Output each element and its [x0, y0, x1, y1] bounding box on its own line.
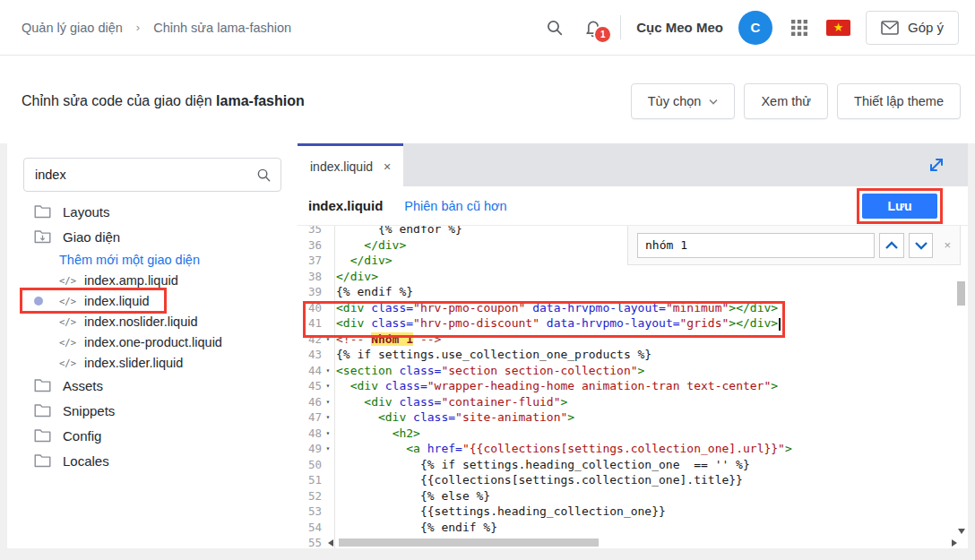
tree-folder-snippets[interactable]: Snippets — [7, 398, 298, 423]
theme-settings-button[interactable]: Thiết lập theme — [837, 83, 961, 119]
apps-grid-icon[interactable] — [788, 16, 811, 39]
line-number: 37 — [298, 254, 322, 267]
line-number: 39 — [298, 285, 322, 298]
page-margin-bottom — [0, 548, 975, 560]
find-next-button[interactable] — [909, 233, 934, 258]
fold-arrow-icon[interactable]: ▾ — [322, 413, 334, 421]
page-title: Chỉnh sửa code của giao diện lama-fashio… — [22, 93, 305, 109]
code-text: </div> — [336, 270, 378, 283]
fold-arrow-icon[interactable]: ▾ — [322, 366, 334, 375]
code-text: {% endfor %} — [336, 226, 462, 236]
code-text: <a href="{{collections[settings.collecti… — [336, 442, 792, 455]
code-text: <div class="container-fluid"> — [336, 395, 567, 409]
tab-label: index.liquid — [310, 159, 373, 174]
envelope-icon — [881, 21, 899, 35]
tree-item-label: Snippets — [63, 403, 115, 418]
code-line-44: 44▾<section class="section section-colle… — [298, 363, 968, 379]
page-margin-left — [0, 143, 7, 548]
line-number: 45 — [298, 379, 322, 392]
preview-button[interactable]: Xem thử — [744, 83, 828, 119]
line-number: 54 — [298, 521, 322, 534]
feedback-button[interactable]: Góp ý — [866, 11, 959, 45]
code-file-icon: </> — [59, 275, 76, 286]
topbar: Quản lý giao diện › Chỉnh sửa lama-fashi… — [0, 0, 975, 56]
breadcrumb-current-page[interactable]: Chỉnh sửa lama-fashion — [153, 21, 291, 35]
file-sidebar: LayoutsGiao diệnThêm mới một giao diện</… — [7, 143, 298, 548]
horizontal-scrollbar-thumb[interactable] — [339, 538, 599, 547]
code-lines: 35 {% endfor %}36 </div>37 </div>38</div… — [298, 226, 968, 548]
tab-index-liquid[interactable]: index.liquid × — [298, 143, 403, 186]
fold-arrow-icon[interactable]: ▾ — [322, 398, 334, 406]
code-text: {% if settings.heading_collection_one ==… — [336, 458, 750, 471]
page-heading: Chỉnh sửa code của giao diện lama-fashio… — [22, 81, 961, 122]
code-file-icon: </> — [59, 316, 76, 327]
editor-tabstrip: index.liquid × — [298, 143, 968, 186]
find-close-icon[interactable]: × — [944, 238, 951, 252]
expand-editor-icon[interactable] — [927, 155, 946, 177]
tree-item-label: index.slider.liquid — [84, 356, 183, 370]
line-number: 44 — [298, 364, 322, 377]
code-line-54: 54 {% endif %} — [298, 520, 968, 536]
scroll-right-arrow-icon[interactable] — [952, 539, 957, 547]
file-tree: LayoutsGiao diệnThêm mới một giao diện</… — [7, 199, 298, 473]
code-line-52: 52 {% else %} — [298, 488, 968, 504]
editor-file-name: index.liquid — [308, 198, 383, 213]
tree-item-label: Thêm mới một giao diện — [59, 253, 200, 267]
tree-folder-locales[interactable]: Locales — [7, 448, 298, 473]
line-number: 53 — [298, 504, 322, 518]
old-version-link[interactable]: Phiên bản cũ hơn — [404, 199, 506, 213]
breadcrumb-theme-manager[interactable]: Quản lý giao diện — [22, 21, 123, 35]
tree-file-index-amp-liquid[interactable]: </>index.amp.liquid — [7, 270, 298, 290]
tree-file-index-one-product-liquid[interactable]: </>index.one-product.liquid — [7, 332, 298, 352]
code-line-49: 49▾ <a href="{{collections[settings.coll… — [298, 441, 968, 457]
avatar[interactable]: C — [738, 11, 772, 45]
search-icon[interactable] — [256, 168, 272, 183]
line-number: 46 — [298, 395, 322, 409]
line-number: 52 — [298, 489, 322, 503]
scroll-left-arrow-icon[interactable] — [328, 539, 333, 547]
code-text: {% else %} — [336, 489, 490, 503]
search-icon[interactable] — [543, 16, 566, 39]
folder-icon — [34, 453, 51, 468]
folder-icon — [34, 428, 51, 443]
vietnam-flag-icon[interactable]: ★ — [826, 20, 850, 36]
tree-add-template-link[interactable]: Thêm mới một giao diện — [7, 249, 298, 270]
fold-arrow-icon[interactable]: ▾ — [322, 382, 334, 390]
tree-item-label: Giao diện — [63, 229, 120, 245]
breadcrumb: Quản lý giao diện › Chỉnh sửa lama-fashi… — [22, 21, 291, 35]
tree-file-index-liquid[interactable]: </>index.liquid — [7, 290, 298, 311]
code-text: <h2> — [336, 426, 420, 440]
tree-folder-assets[interactable]: Assets — [7, 373, 298, 398]
fold-arrow-icon[interactable]: ▾ — [322, 429, 334, 437]
code-text: <div class="site-animation"> — [336, 410, 574, 424]
code-line-51: 51 {{collections[settings.collection_one… — [298, 472, 968, 488]
fold-arrow-icon[interactable]: ▾ — [322, 444, 334, 452]
options-button[interactable]: Tùy chọn — [631, 83, 736, 119]
folder-icon — [34, 403, 51, 418]
find-input[interactable] — [637, 233, 875, 258]
tree-folder-giao-di-n[interactable]: Giao diện — [7, 224, 298, 249]
fold-arrow-icon[interactable]: ▾ — [322, 335, 334, 343]
tree-folder-config[interactable]: Config — [7, 423, 298, 448]
vertical-scrollbar-thumb[interactable] — [957, 281, 965, 306]
line-number: 35 — [298, 226, 322, 236]
line-number: 36 — [298, 238, 322, 252]
tab-close-icon[interactable]: × — [384, 159, 391, 174]
chevron-down-icon — [709, 99, 718, 105]
find-previous-button[interactable] — [879, 233, 904, 258]
file-search-input[interactable] — [24, 168, 256, 182]
tree-file-index-noslider-liquid[interactable]: </>index.noslider.liquid — [7, 311, 298, 332]
notification-bell-icon[interactable]: 1 — [582, 16, 605, 39]
tree-file-index-slider-liquid[interactable]: </>index.slider.liquid — [7, 352, 298, 373]
scroll-down-arrow-icon[interactable] — [958, 529, 965, 534]
code-text: </div> — [336, 238, 406, 252]
code-text: {% endif %} — [336, 521, 497, 534]
code-area[interactable]: 35 {% endfor %}36 </div>37 </div>38</div… — [298, 226, 968, 548]
save-button[interactable]: Lưu — [862, 194, 937, 219]
tree-folder-layouts[interactable]: Layouts — [7, 199, 298, 224]
code-line-41: 41<div class="hrv-pmo-discount" data-hrv… — [298, 315, 968, 332]
topbar-divider — [620, 15, 621, 39]
horizontal-scrollbar[interactable] — [328, 538, 957, 547]
tree-item-label: index.noslider.liquid — [84, 314, 198, 329]
line-number: 51 — [298, 473, 322, 487]
